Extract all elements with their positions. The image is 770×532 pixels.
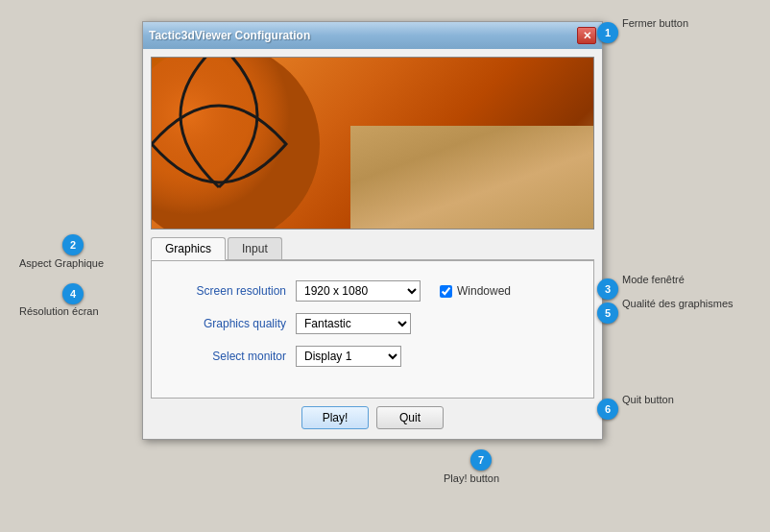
windowed-checkbox[interactable] [440, 285, 452, 298]
windowed-text: Windowed [457, 284, 511, 298]
annotation-6: 6 [597, 399, 618, 420]
resolution-control: 1920 x 1080 1280 x 720 1366 x 768 2560 x… [296, 280, 511, 302]
annotation-7-label: Play! button [444, 472, 499, 484]
configuration-dialog: Tactic3dViewer Configuration ✕ [142, 21, 603, 440]
tab-graphics[interactable]: Graphics [151, 237, 226, 260]
annotation-4-label: Résolution écran [19, 305, 99, 317]
monitor-label: Select monitor [171, 350, 296, 363]
title-bar: Tactic3dViewer Configuration ✕ [143, 22, 602, 49]
tab-input[interactable]: Input [228, 237, 282, 259]
monitor-select[interactable]: Display 1 Display 2 [296, 346, 401, 367]
annotation-3-label: Mode fenêtré [622, 274, 685, 285]
preview-image [151, 57, 594, 230]
svg-point-1 [151, 57, 320, 230]
annotation-3: 3 [597, 278, 618, 300]
annotation-1-label: Fermer button [622, 17, 688, 29]
windowed-label[interactable]: Windowed [440, 284, 511, 298]
button-row: Play! Quit [151, 406, 594, 429]
annotation-5-label: Qualité des graphismes [622, 298, 734, 309]
settings-panel: Screen resolution 1920 x 1080 1280 x 720… [151, 260, 594, 399]
annotation-2-label: Aspect Graphique [19, 257, 104, 269]
monitor-row: Select monitor Display 1 Display 2 [171, 346, 574, 367]
quality-row: Graphics quality Low Medium High Fantast… [171, 313, 574, 334]
annotation-5: 5 [597, 302, 618, 324]
window-title: Tactic3dViewer Configuration [149, 29, 567, 42]
monitor-control: Display 1 Display 2 [296, 346, 401, 367]
quit-button[interactable]: Quit [376, 406, 444, 429]
quality-select[interactable]: Low Medium High Fantastic [296, 313, 411, 334]
resolution-row: Screen resolution 1920 x 1080 1280 x 720… [171, 280, 574, 302]
annotation-7: 7 [470, 449, 492, 471]
resolution-select[interactable]: 1920 x 1080 1280 x 720 1366 x 768 2560 x… [296, 280, 421, 302]
quality-label: Graphics quality [171, 317, 296, 330]
resolution-label: Screen resolution [171, 284, 296, 298]
close-button[interactable]: ✕ [577, 27, 596, 44]
play-button[interactable]: Play! [301, 406, 369, 429]
basketball-svg [151, 57, 344, 230]
tab-bar: Graphics Input [151, 237, 594, 260]
wood-floor [350, 126, 593, 229]
annotation-2: 2 [62, 234, 84, 255]
annotation-1: 1 [597, 22, 618, 43]
annotation-4: 4 [62, 283, 84, 304]
annotation-6-label: Quit button [622, 394, 674, 405]
quality-control: Low Medium High Fantastic [296, 313, 411, 334]
